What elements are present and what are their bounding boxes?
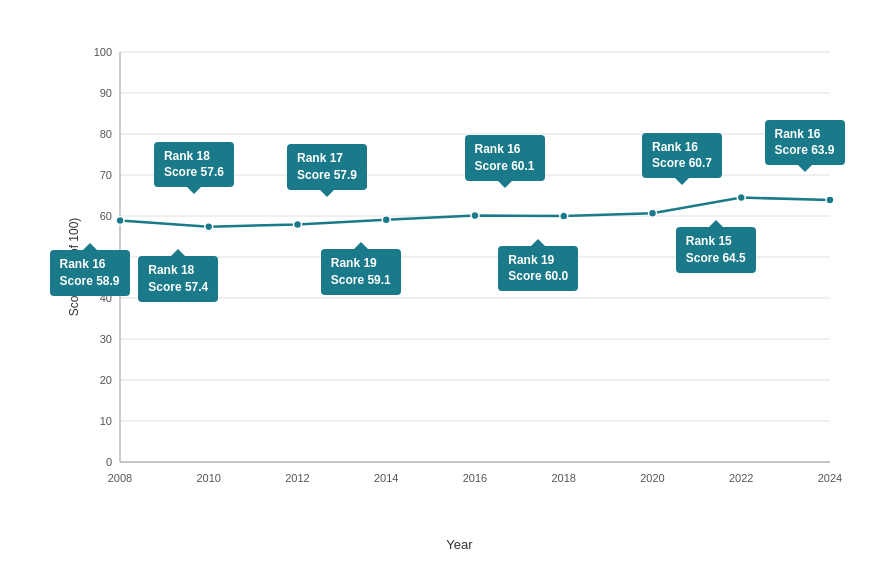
svg-text:30: 30: [99, 333, 111, 345]
svg-text:80: 80: [99, 128, 111, 140]
svg-text:70: 70: [99, 169, 111, 181]
svg-point-33: [116, 216, 124, 224]
svg-point-34: [204, 222, 212, 230]
svg-text:2024: 2024: [817, 472, 841, 484]
svg-text:2022: 2022: [729, 472, 753, 484]
svg-point-39: [648, 209, 656, 217]
svg-text:2008: 2008: [107, 472, 131, 484]
svg-point-35: [293, 220, 301, 228]
svg-text:100: 100: [93, 46, 111, 58]
svg-text:2010: 2010: [196, 472, 220, 484]
svg-text:2014: 2014: [374, 472, 398, 484]
svg-text:2016: 2016: [462, 472, 486, 484]
svg-text:10: 10: [99, 415, 111, 427]
svg-text:0: 0: [105, 456, 111, 468]
chart-area: 0102030405060708090100200820102012201420…: [70, 32, 850, 502]
svg-text:60: 60: [99, 210, 111, 222]
svg-text:2018: 2018: [551, 472, 575, 484]
svg-text:90: 90: [99, 87, 111, 99]
svg-text:2012: 2012: [285, 472, 309, 484]
y-axis-title: Score (Out of 100): [67, 217, 81, 316]
svg-point-36: [382, 215, 390, 223]
svg-point-40: [737, 193, 745, 201]
chart-container: 0102030405060708090100200820102012201420…: [10, 12, 870, 562]
svg-point-38: [559, 212, 567, 220]
svg-text:50: 50: [99, 251, 111, 263]
svg-point-41: [826, 196, 834, 204]
svg-point-37: [471, 211, 479, 219]
svg-text:20: 20: [99, 374, 111, 386]
svg-text:2020: 2020: [640, 472, 664, 484]
x-axis-title: Year: [446, 537, 472, 552]
svg-text:40: 40: [99, 292, 111, 304]
line-chart: 0102030405060708090100200820102012201420…: [70, 32, 850, 502]
